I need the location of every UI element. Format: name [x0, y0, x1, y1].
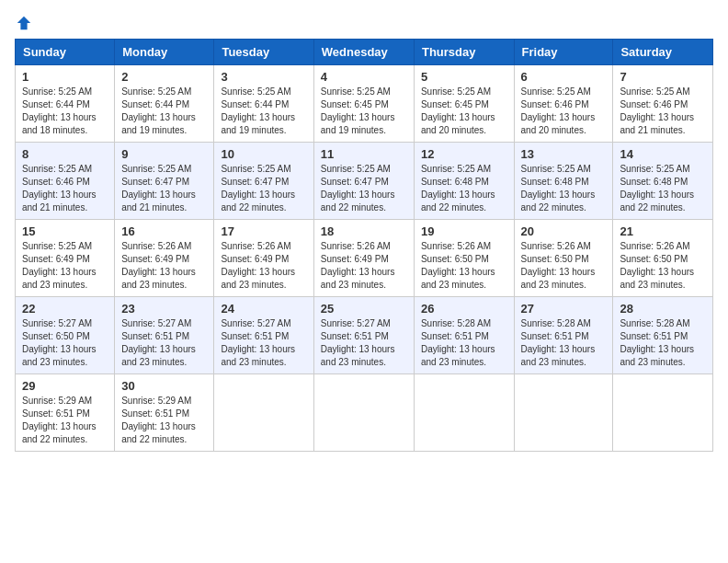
day-info: Sunrise: 5:26 AM Sunset: 6:49 PM Dayligh… — [221, 240, 306, 292]
calendar-cell: 22 Sunrise: 5:27 AM Sunset: 6:50 PM Dayl… — [16, 297, 115, 374]
day-info: Sunrise: 5:25 AM Sunset: 6:45 PM Dayligh… — [321, 86, 407, 137]
day-number: 2 — [121, 70, 207, 84]
day-number: 20 — [521, 224, 607, 238]
day-info: Sunrise: 5:26 AM Sunset: 6:50 PM Dayligh… — [521, 240, 607, 292]
calendar-cell: 10 Sunrise: 5:25 AM Sunset: 6:47 PM Dayl… — [214, 143, 313, 220]
calendar-cell: 14 Sunrise: 5:25 AM Sunset: 6:48 PM Dayl… — [613, 143, 713, 220]
calendar-cell: 9 Sunrise: 5:25 AM Sunset: 6:47 PM Dayli… — [115, 143, 214, 220]
calendar-cell: 23 Sunrise: 5:27 AM Sunset: 6:51 PM Dayl… — [115, 297, 214, 374]
day-info: Sunrise: 5:25 AM Sunset: 6:45 PM Dayligh… — [421, 86, 507, 137]
day-number: 4 — [321, 70, 407, 84]
day-number: 12 — [421, 147, 507, 161]
day-info: Sunrise: 5:26 AM Sunset: 6:49 PM Dayligh… — [321, 240, 407, 292]
calendar-cell: 29 Sunrise: 5:29 AM Sunset: 6:51 PM Dayl… — [16, 374, 115, 452]
calendar-header-row: SundayMondayTuesdayWednesdayThursdayFrid… — [16, 40, 713, 65]
calendar-week-row: 22 Sunrise: 5:27 AM Sunset: 6:50 PM Dayl… — [16, 297, 713, 374]
calendar-cell: 27 Sunrise: 5:28 AM Sunset: 6:51 PM Dayl… — [514, 297, 613, 374]
day-info: Sunrise: 5:25 AM Sunset: 6:46 PM Dayligh… — [620, 86, 706, 137]
calendar-cell — [514, 374, 613, 452]
calendar-cell: 24 Sunrise: 5:27 AM Sunset: 6:51 PM Dayl… — [214, 297, 313, 374]
calendar-cell: 18 Sunrise: 5:26 AM Sunset: 6:49 PM Dayl… — [313, 220, 414, 297]
calendar-header-tuesday: Tuesday — [214, 40, 313, 65]
calendar-cell: 3 Sunrise: 5:25 AM Sunset: 6:44 PM Dayli… — [214, 65, 313, 143]
calendar-cell: 19 Sunrise: 5:26 AM Sunset: 6:50 PM Dayl… — [414, 220, 514, 297]
day-info: Sunrise: 5:25 AM Sunset: 6:44 PM Dayligh… — [22, 86, 108, 137]
day-info: Sunrise: 5:27 AM Sunset: 6:51 PM Dayligh… — [121, 317, 207, 369]
day-number: 22 — [22, 302, 108, 316]
day-info: Sunrise: 5:25 AM Sunset: 6:49 PM Dayligh… — [22, 240, 108, 292]
calendar-week-row: 29 Sunrise: 5:29 AM Sunset: 6:51 PM Dayl… — [16, 374, 713, 452]
calendar-cell — [613, 374, 713, 452]
day-info: Sunrise: 5:25 AM Sunset: 6:44 PM Dayligh… — [121, 86, 207, 137]
day-number: 19 — [421, 224, 507, 238]
day-info: Sunrise: 5:25 AM Sunset: 6:44 PM Dayligh… — [221, 86, 306, 137]
day-info: Sunrise: 5:25 AM Sunset: 6:47 PM Dayligh… — [221, 163, 306, 214]
calendar-week-row: 1 Sunrise: 5:25 AM Sunset: 6:44 PM Dayli… — [16, 65, 713, 143]
calendar-cell: 28 Sunrise: 5:28 AM Sunset: 6:51 PM Dayl… — [613, 297, 713, 374]
calendar-cell: 13 Sunrise: 5:25 AM Sunset: 6:48 PM Dayl… — [514, 143, 613, 220]
calendar-header-friday: Friday — [514, 40, 613, 65]
calendar-cell — [313, 374, 414, 452]
day-number: 25 — [321, 302, 407, 316]
calendar-cell: 6 Sunrise: 5:25 AM Sunset: 6:46 PM Dayli… — [514, 65, 613, 143]
day-info: Sunrise: 5:29 AM Sunset: 6:51 PM Dayligh… — [22, 395, 108, 446]
day-number: 8 — [22, 147, 108, 161]
day-info: Sunrise: 5:26 AM Sunset: 6:49 PM Dayligh… — [121, 240, 207, 292]
calendar-header-saturday: Saturday — [613, 40, 713, 65]
day-number: 26 — [421, 302, 507, 316]
day-number: 3 — [221, 70, 306, 84]
day-info: Sunrise: 5:28 AM Sunset: 6:51 PM Dayligh… — [521, 317, 607, 369]
calendar-cell: 1 Sunrise: 5:25 AM Sunset: 6:44 PM Dayli… — [16, 65, 115, 143]
day-number: 18 — [321, 224, 407, 238]
day-info: Sunrise: 5:25 AM Sunset: 6:48 PM Dayligh… — [620, 163, 706, 214]
calendar-cell: 30 Sunrise: 5:29 AM Sunset: 6:51 PM Dayl… — [115, 374, 214, 452]
day-number: 23 — [121, 302, 207, 316]
day-number: 29 — [22, 379, 108, 393]
logo-icon — [16, 15, 32, 31]
day-info: Sunrise: 5:25 AM Sunset: 6:48 PM Dayligh… — [521, 163, 607, 214]
day-number: 9 — [121, 147, 207, 161]
day-number: 14 — [620, 147, 706, 161]
day-info: Sunrise: 5:25 AM Sunset: 6:47 PM Dayligh… — [321, 163, 407, 214]
day-number: 16 — [121, 224, 207, 238]
day-number: 5 — [421, 70, 507, 84]
calendar-cell: 8 Sunrise: 5:25 AM Sunset: 6:46 PM Dayli… — [16, 143, 115, 220]
day-number: 28 — [620, 302, 706, 316]
calendar-cell: 15 Sunrise: 5:25 AM Sunset: 6:49 PM Dayl… — [16, 220, 115, 297]
calendar-week-row: 8 Sunrise: 5:25 AM Sunset: 6:46 PM Dayli… — [16, 143, 713, 220]
calendar-cell: 7 Sunrise: 5:25 AM Sunset: 6:46 PM Dayli… — [613, 65, 713, 143]
calendar-cell — [214, 374, 313, 452]
calendar-cell: 11 Sunrise: 5:25 AM Sunset: 6:47 PM Dayl… — [313, 143, 414, 220]
day-info: Sunrise: 5:25 AM Sunset: 6:48 PM Dayligh… — [421, 163, 507, 214]
day-info: Sunrise: 5:26 AM Sunset: 6:50 PM Dayligh… — [620, 240, 706, 292]
page-header — [15, 15, 713, 31]
day-number: 21 — [620, 224, 706, 238]
day-number: 30 — [121, 379, 207, 393]
calendar-week-row: 15 Sunrise: 5:25 AM Sunset: 6:49 PM Dayl… — [16, 220, 713, 297]
calendar-cell: 20 Sunrise: 5:26 AM Sunset: 6:50 PM Dayl… — [514, 220, 613, 297]
calendar-header-wednesday: Wednesday — [313, 40, 414, 65]
day-number: 10 — [221, 147, 306, 161]
day-number: 1 — [22, 70, 108, 84]
calendar-table: SundayMondayTuesdayWednesdayThursdayFrid… — [15, 39, 713, 452]
day-number: 11 — [321, 147, 407, 161]
calendar-cell: 16 Sunrise: 5:26 AM Sunset: 6:49 PM Dayl… — [115, 220, 214, 297]
day-number: 17 — [221, 224, 306, 238]
day-number: 15 — [22, 224, 108, 238]
day-number: 24 — [221, 302, 306, 316]
day-info: Sunrise: 5:29 AM Sunset: 6:51 PM Dayligh… — [121, 395, 207, 446]
day-number: 27 — [521, 302, 607, 316]
calendar-cell: 25 Sunrise: 5:27 AM Sunset: 6:51 PM Dayl… — [313, 297, 414, 374]
calendar-cell: 21 Sunrise: 5:26 AM Sunset: 6:50 PM Dayl… — [613, 220, 713, 297]
calendar-header-monday: Monday — [115, 40, 214, 65]
calendar-header-thursday: Thursday — [414, 40, 514, 65]
logo — [15, 15, 33, 31]
day-number: 7 — [620, 70, 706, 84]
calendar-header-sunday: Sunday — [16, 40, 115, 65]
calendar-cell — [414, 374, 514, 452]
svg-marker-0 — [17, 17, 30, 29]
day-info: Sunrise: 5:27 AM Sunset: 6:50 PM Dayligh… — [22, 317, 108, 369]
day-info: Sunrise: 5:27 AM Sunset: 6:51 PM Dayligh… — [321, 317, 407, 369]
calendar-cell: 4 Sunrise: 5:25 AM Sunset: 6:45 PM Dayli… — [313, 65, 414, 143]
day-info: Sunrise: 5:25 AM Sunset: 6:47 PM Dayligh… — [121, 163, 207, 214]
